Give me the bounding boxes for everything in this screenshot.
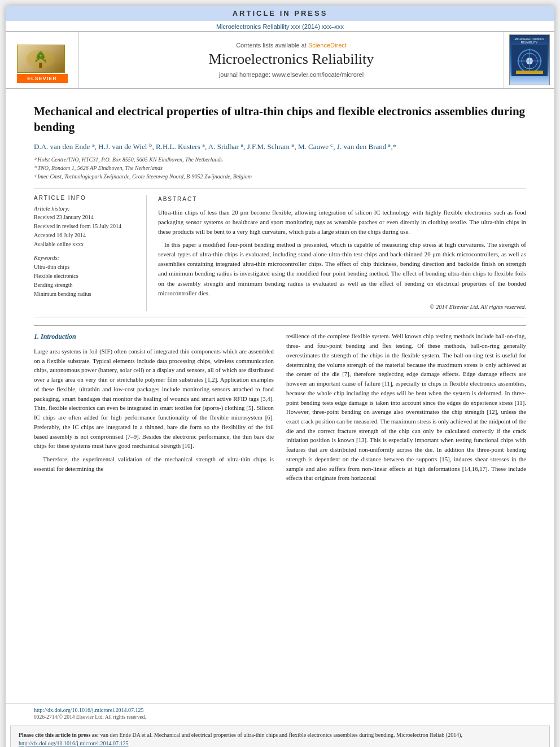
body-col-right: resilience of the complete flexible syst… [286,331,526,487]
citation-doi-link[interactable]: http://dx.doi.org/10.1016/j.microrel.201… [19,740,129,746]
svg-point-3 [43,58,46,60]
article-history-label: Article history: [34,206,139,212]
body-two-col: 1. Introduction Large area systems in fo… [34,331,526,487]
contents-text: Contents lists available at [236,42,307,49]
article-dates: Received 23 January 2014 Received in rev… [34,213,139,249]
sciencedirect-line: Contents lists available at ScienceDirec… [236,42,347,49]
journal-title-header: Microelectronics Reliability [209,51,374,68]
cover-graphic-icon [511,45,548,76]
accepted-date: Accepted 16 July 2014 [34,231,139,240]
journal-cover-section: MICROELECTRONICSRELIABILITY [504,32,554,88]
body-col-left: 1. Introduction Large area systems in fo… [34,331,274,487]
journal-header: ELSEVIER Contents lists available at Sci… [6,31,554,89]
keywords-section: Keywords: Ultra-thin chips Flexible elec… [34,255,139,299]
received-date: Received 23 January 2014 [34,213,139,222]
sciencedirect-label: ScienceDirect [308,42,347,49]
abstract-text: Ultra-thin chips of less than 20 μm beco… [158,208,526,298]
keyword-4: Minimum bending radius [34,290,139,299]
cover-title: MICROELECTRONICSRELIABILITY [514,37,544,44]
article-title: Mechanical and electrical properties of … [34,103,526,136]
authors-text: D.A. van den Ende ᵃ, H.J. van de Wiel ᵇ,… [34,142,396,151]
available-online: Available online xxxx [34,240,139,249]
footer-links: http://dx.doi.org/10.1016/j.microrel.201… [6,703,554,722]
abstract-section-title: ABSTRACT [158,195,526,203]
svg-rect-11 [516,71,543,74]
doi-text: http://dx.doi.org/10.1016/j.microrel.201… [34,707,144,713]
authors-line: D.A. van den Ende ᵃ, H.J. van de Wiel ᵇ,… [34,141,526,152]
journal-ref-text: Microelectronics Reliability xxx (2014) … [216,23,344,30]
elsevier-logo-section: ELSEVIER [6,32,79,88]
citation-prefix: Please cite this article in press as: [19,732,99,738]
keyword-1: Ultra-thin chips [34,263,139,272]
citation-box: Please cite this article in press as: va… [10,726,550,747]
footer-issn: 0026-2714/© 2014 Elsevier Ltd. All right… [34,714,526,720]
svg-point-4 [40,54,42,56]
svg-rect-1 [39,63,42,68]
elsevier-wordmark: ELSEVIER [17,74,68,83]
keywords-title: Keywords: [34,255,139,261]
journal-ref-line: Microelectronics Reliability xxx (2014) … [6,21,554,31]
body-col1-p2: Therefore, the experimental validation o… [34,455,274,473]
keyword-3: Bending strength [34,281,139,290]
article-info-section-title: ARTICLE INFO [34,195,139,201]
article-info-col: ARTICLE INFO Article history: Received 2… [34,195,147,311]
abstract-paragraph-1: Ultra-thin chips of less than 20 μm beco… [158,208,526,237]
page: ARTICLE IN PRESS Microelectronics Reliab… [6,6,554,747]
elsevier-logo-inner [17,45,65,73]
svg-point-2 [36,58,38,60]
journal-cover-image: MICROELECTRONICSRELIABILITY [509,34,550,85]
elsevier-tree-icon [24,49,58,69]
main-content: Mechanical and electrical properties of … [6,89,554,703]
journal-header-center: Contents lists available at ScienceDirec… [79,32,504,88]
affiliation-a: ᵃ Holst Centre/TNO, HTC31, P.O. Box 8550… [34,155,526,164]
keywords-list: Ultra-thin chips Flexible electronics Be… [34,263,139,299]
citation-text: van den Ende DA et al. Mechanical and el… [100,732,462,738]
revised-date: Received in revised form 15 July 2014 [34,222,139,231]
homepage-line: journal homepage: www.elsevier.com/locat… [219,71,364,78]
footer-doi: http://dx.doi.org/10.1016/j.microrel.201… [34,707,526,713]
keyword-2: Flexible electronics [34,272,139,281]
homepage-text: journal homepage: www.elsevier.com/locat… [219,71,364,78]
article-in-press-banner: ARTICLE IN PRESS [6,6,554,21]
affiliation-c: ᶜ Imec Cmst, Technologiepark Zwijnaarde,… [34,172,526,181]
body-col1-p1: Large area systems in foil (SIF) often c… [34,347,274,451]
affiliations: ᵃ Holst Centre/TNO, HTC31, P.O. Box 8550… [34,155,526,181]
elsevier-logo-box: ELSEVIER [17,45,68,76]
info-abstract-row: ARTICLE INFO Article history: Received 2… [34,189,526,317]
body-col2-p1: resilience of the complete flexible syst… [286,331,526,483]
abstract-paragraph-2: In this paper a modified four-point bend… [158,240,526,298]
citation-link-text: http://dx.doi.org/10.1016/j.microrel.201… [19,740,129,746]
sciencedirect-link[interactable]: ScienceDirect [308,42,347,49]
banner-text: ARTICLE IN PRESS [233,9,328,18]
section-divider [34,325,526,326]
abstract-col: ABSTRACT Ultra-thin chips of less than 2… [158,195,526,311]
section1-heading: 1. Introduction [34,331,274,342]
doi-link[interactable]: http://dx.doi.org/10.1016/j.microrel.201… [34,707,144,713]
affiliation-b: ᵇ TNO, Rondom 1, 5626 AP Eindhoven, The … [34,164,526,172]
copyright-line: © 2014 Elsevier Ltd. All rights reserved… [158,303,526,312]
